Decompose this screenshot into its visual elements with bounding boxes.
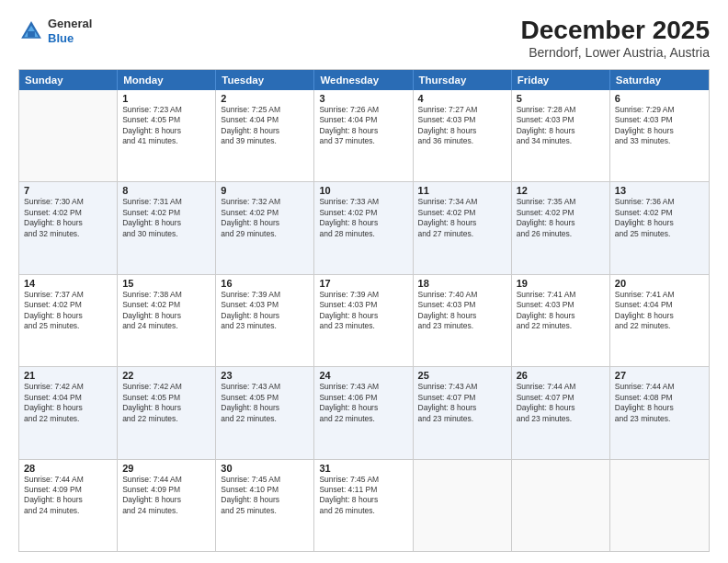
cal-cell: 17Sunrise: 7:39 AMSunset: 4:03 PMDayligh… [314,275,413,366]
cal-cell: 11Sunrise: 7:34 AMSunset: 4:02 PMDayligh… [414,182,512,273]
day-number: 20 [615,278,704,289]
cal-cell: 29Sunrise: 7:44 AMSunset: 4:09 PMDayligh… [118,460,216,551]
cal-cell: 26Sunrise: 7:44 AMSunset: 4:07 PMDayligh… [512,367,610,458]
cal-cell: 3Sunrise: 7:26 AMSunset: 4:04 PMDaylight… [314,90,413,181]
sunset-text: Sunset: 4:03 PM [615,115,704,125]
day-number: 25 [418,370,506,381]
day-number: 9 [221,185,309,196]
sunrise-text: Sunrise: 7:31 AM [122,197,210,207]
daylight-text: Daylight: 8 hours [122,311,210,321]
daylight2-text: and 33 minutes. [615,136,704,146]
cal-cell: 28Sunrise: 7:44 AMSunset: 4:09 PMDayligh… [19,460,118,551]
header-monday: Monday [118,70,216,90]
day-number: 14 [24,278,112,289]
sunrise-text: Sunrise: 7:41 AM [615,290,704,300]
sunrise-text: Sunrise: 7:39 AM [221,290,309,300]
sunset-text: Sunset: 4:03 PM [517,300,605,310]
daylight2-text: and 28 minutes. [319,229,407,239]
day-number: 7 [24,185,112,196]
daylight2-text: and 23 minutes. [418,414,506,424]
daylight2-text: and 25 minutes. [24,321,112,331]
daylight2-text: and 23 minutes. [418,321,506,331]
day-number: 5 [517,93,605,104]
sunset-text: Sunset: 4:02 PM [122,208,210,218]
location-title: Berndorf, Lower Austria, Austria [521,45,710,60]
day-number: 28 [24,463,112,474]
daylight-text: Daylight: 8 hours [122,495,210,505]
daylight2-text: and 25 minutes. [615,229,704,239]
cal-cell: 8Sunrise: 7:31 AMSunset: 4:02 PMDaylight… [118,182,216,273]
calendar-row-3: 21Sunrise: 7:42 AMSunset: 4:04 PMDayligh… [19,367,709,459]
sunrise-text: Sunrise: 7:27 AM [418,105,506,115]
daylight2-text: and 32 minutes. [24,229,112,239]
sunset-text: Sunset: 4:04 PM [319,115,407,125]
daylight-text: Daylight: 8 hours [221,126,309,136]
sunset-text: Sunset: 4:04 PM [24,393,112,403]
daylight-text: Daylight: 8 hours [418,218,506,228]
daylight-text: Daylight: 8 hours [418,126,506,136]
daylight2-text: and 22 minutes. [24,414,112,424]
day-number: 6 [615,93,704,104]
sunset-text: Sunset: 4:02 PM [418,208,506,218]
cal-cell: 13Sunrise: 7:36 AMSunset: 4:02 PMDayligh… [610,182,709,273]
daylight-text: Daylight: 8 hours [122,403,210,413]
sunset-text: Sunset: 4:02 PM [319,208,407,218]
cal-cell [512,460,610,551]
daylight2-text: and 29 minutes. [221,229,309,239]
sunrise-text: Sunrise: 7:38 AM [122,290,210,300]
daylight-text: Daylight: 8 hours [24,495,112,505]
sunset-text: Sunset: 4:03 PM [418,115,506,125]
calendar-body: 1Sunrise: 7:23 AMSunset: 4:05 PMDaylight… [19,90,709,551]
daylight-text: Daylight: 8 hours [24,311,112,321]
sunrise-text: Sunrise: 7:30 AM [24,197,112,207]
daylight-text: Daylight: 8 hours [615,126,704,136]
sunset-text: Sunset: 4:03 PM [319,300,407,310]
day-number: 19 [517,278,605,289]
daylight2-text: and 23 minutes. [221,321,309,331]
cal-cell: 9Sunrise: 7:32 AMSunset: 4:02 PMDaylight… [216,182,314,273]
cal-cell: 12Sunrise: 7:35 AMSunset: 4:02 PMDayligh… [512,182,610,273]
sunset-text: Sunset: 4:02 PM [517,208,605,218]
sunrise-text: Sunrise: 7:26 AM [319,105,407,115]
sunrise-text: Sunrise: 7:37 AM [24,290,112,300]
cal-cell: 23Sunrise: 7:43 AMSunset: 4:05 PMDayligh… [216,367,314,458]
sunrise-text: Sunrise: 7:45 AM [221,475,309,485]
day-number: 27 [615,370,704,381]
daylight2-text: and 24 minutes. [122,321,210,331]
sunset-text: Sunset: 4:05 PM [122,393,210,403]
cal-cell: 19Sunrise: 7:41 AMSunset: 4:03 PMDayligh… [512,275,610,366]
daylight2-text: and 26 minutes. [319,506,407,516]
sunset-text: Sunset: 4:03 PM [221,300,309,310]
sunrise-text: Sunrise: 7:29 AM [615,105,704,115]
sunrise-text: Sunrise: 7:33 AM [319,197,407,207]
daylight2-text: and 41 minutes. [122,136,210,146]
daylight-text: Daylight: 8 hours [221,311,309,321]
cal-cell: 27Sunrise: 7:44 AMSunset: 4:08 PMDayligh… [610,367,709,458]
sunrise-text: Sunrise: 7:44 AM [24,475,112,485]
daylight2-text: and 22 minutes. [319,414,407,424]
sunrise-text: Sunrise: 7:42 AM [122,382,210,392]
daylight2-text: and 23 minutes. [319,321,407,331]
daylight-text: Daylight: 8 hours [221,403,309,413]
cal-cell: 30Sunrise: 7:45 AMSunset: 4:10 PMDayligh… [216,460,314,551]
daylight-text: Daylight: 8 hours [615,218,704,228]
daylight-text: Daylight: 8 hours [517,403,605,413]
day-number: 10 [319,185,407,196]
sunset-text: Sunset: 4:03 PM [418,300,506,310]
day-number: 23 [221,370,309,381]
daylight2-text: and 30 minutes. [122,229,210,239]
sunrise-text: Sunrise: 7:28 AM [517,105,605,115]
sunset-text: Sunset: 4:04 PM [221,115,309,125]
logo: General Blue [18,17,92,45]
sunset-text: Sunset: 4:09 PM [122,485,210,495]
calendar-row-4: 28Sunrise: 7:44 AMSunset: 4:09 PMDayligh… [19,460,709,551]
calendar: Sunday Monday Tuesday Wednesday Thursday… [18,69,710,552]
cal-cell [610,460,709,551]
day-number: 3 [319,93,407,104]
header-wednesday: Wednesday [314,70,413,90]
day-number: 15 [122,278,210,289]
sunset-text: Sunset: 4:08 PM [615,393,704,403]
daylight2-text: and 37 minutes. [319,136,407,146]
day-number: 1 [122,93,210,104]
daylight2-text: and 22 minutes. [122,414,210,424]
